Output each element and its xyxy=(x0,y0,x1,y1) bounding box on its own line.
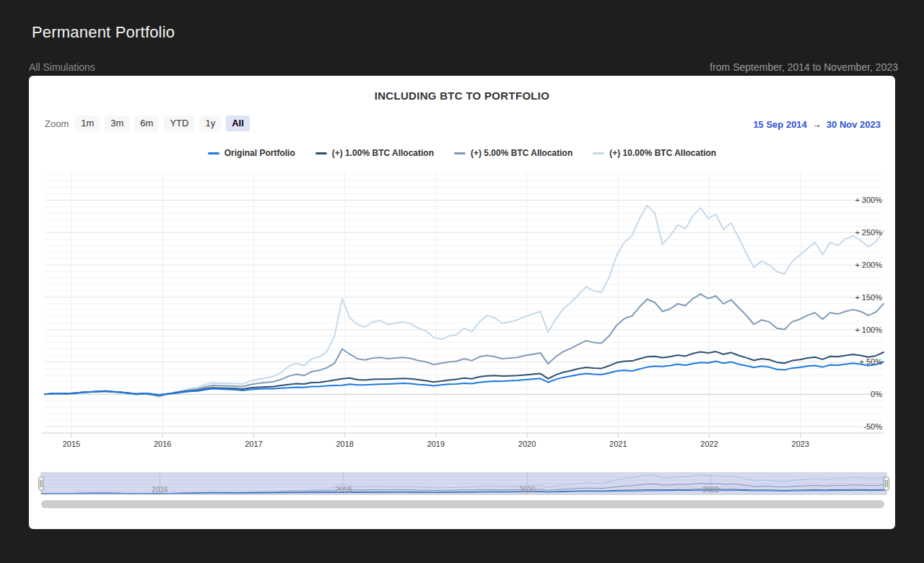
y-axis-label: -50% xyxy=(863,422,882,431)
x-axis-label: 2018 xyxy=(336,440,353,448)
y-axis-label: + 150% xyxy=(855,293,882,302)
x-axis-label: 2019 xyxy=(427,440,445,448)
navigator-year-label: 2020 xyxy=(519,486,536,494)
navigator-year-label: 2016 xyxy=(152,486,168,494)
y-axis-label: + 200% xyxy=(855,261,882,269)
navigator-handle-left[interactable] xyxy=(39,477,44,490)
navigator-year-label: 2022 xyxy=(703,486,720,494)
y-axis-label: + 100% xyxy=(855,326,882,334)
subtitle-date-range: from September, 2014 to November, 2023 xyxy=(710,61,898,73)
page-background: { "page": { "title": "Permanent Portfoli… xyxy=(0,0,924,563)
x-axis-label: 2021 xyxy=(609,440,627,448)
page-title: Permanent Portfolio xyxy=(32,23,175,42)
navigator[interactable]: 2016201820202022 xyxy=(39,473,889,494)
x-axis-label: 2017 xyxy=(245,440,262,448)
chart-card: INCLUDING BTC TO PORTFOLIO Zoom 1m3m6mYT… xyxy=(29,76,895,529)
series-line-5-00-btc-allocation xyxy=(45,294,884,396)
y-axis-label: + 250% xyxy=(855,228,882,237)
navigator-year-label: 2018 xyxy=(336,486,352,494)
x-axis-label: 2020 xyxy=(518,440,536,448)
x-axis-label: 2023 xyxy=(792,440,809,448)
subtitle-all-simulations: All Simulations xyxy=(29,61,95,73)
y-axis-label: + 300% xyxy=(855,196,882,204)
y-axis-label: 0% xyxy=(871,390,882,398)
navigator-mask[interactable] xyxy=(41,473,886,494)
navigator-handle-right[interactable] xyxy=(884,477,889,490)
x-axis-label: 2015 xyxy=(63,440,80,448)
horizontal-scrollbar[interactable] xyxy=(41,500,884,508)
stock-chart: + 300%+ 250%+ 200%+ 150%+ 100%+ 50%0%-50… xyxy=(29,76,895,529)
x-axis-label: 2016 xyxy=(154,440,171,448)
y-axis-label: + 50% xyxy=(860,357,883,366)
x-axis-label: 2022 xyxy=(700,440,718,448)
